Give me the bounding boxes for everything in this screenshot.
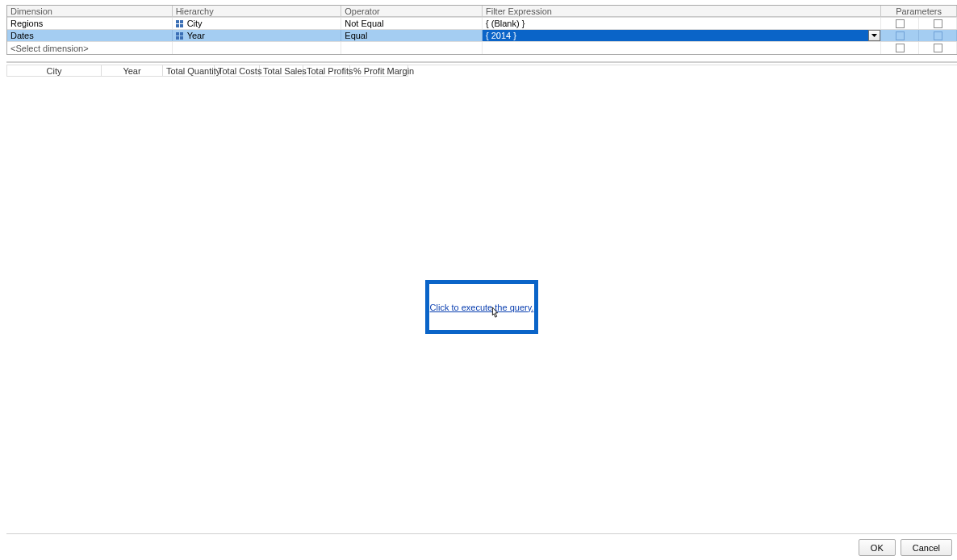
cancel-button[interactable]: Cancel bbox=[901, 539, 952, 556]
filter-header-row: Dimension Hierarchy Operator Filter Expr… bbox=[7, 6, 957, 18]
cell-expression[interactable]: { (Blank) } bbox=[483, 18, 881, 29]
hierarchy-icon bbox=[176, 19, 184, 27]
section-divider bbox=[6, 61, 957, 63]
checkbox-icon[interactable] bbox=[896, 19, 905, 28]
col-header-operator[interactable]: Operator bbox=[341, 6, 483, 17]
checkbox-icon[interactable] bbox=[896, 31, 905, 40]
cell-hierarchy-empty[interactable] bbox=[173, 42, 342, 54]
result-col[interactable]: Total Costs bbox=[215, 65, 260, 77]
cell-operator-empty[interactable] bbox=[341, 42, 483, 54]
expression-input[interactable] bbox=[483, 30, 868, 41]
bottom-divider bbox=[6, 533, 957, 534]
cell-param-chk2[interactable] bbox=[919, 18, 957, 29]
result-col[interactable]: Total Quantity bbox=[163, 65, 215, 77]
checkbox-icon[interactable] bbox=[934, 19, 942, 28]
ok-button[interactable]: OK bbox=[859, 539, 896, 556]
cell-param-chk1[interactable] bbox=[881, 30, 919, 41]
dialog-button-bar: OK Cancel bbox=[859, 539, 952, 556]
result-col[interactable]: Total Profits bbox=[303, 65, 350, 77]
checkbox-icon[interactable] bbox=[934, 31, 942, 40]
cell-param-chk2[interactable] bbox=[919, 30, 957, 41]
filter-row-new[interactable]: <Select dimension> bbox=[7, 42, 957, 54]
cell-param-chk2[interactable] bbox=[919, 42, 957, 54]
checkbox-icon[interactable] bbox=[934, 44, 942, 52]
hierarchy-text: Year bbox=[187, 30, 205, 41]
cell-operator[interactable]: Equal bbox=[341, 30, 483, 41]
col-header-parameters[interactable]: Parameters bbox=[881, 6, 957, 17]
filter-grid: Dimension Hierarchy Operator Filter Expr… bbox=[6, 5, 957, 55]
chevron-down-icon bbox=[871, 34, 877, 37]
checkbox-icon[interactable] bbox=[896, 44, 905, 52]
filter-row[interactable]: Regions City Not Equal { (Blank) } bbox=[7, 18, 957, 30]
expression-dropdown-button[interactable] bbox=[868, 30, 880, 41]
col-header-dimension[interactable]: Dimension bbox=[7, 6, 173, 17]
result-col[interactable]: % Profit Margin bbox=[350, 65, 408, 77]
result-columns-header: City Year Total Quantity Total Costs Tot… bbox=[6, 65, 957, 77]
cell-dimension[interactable]: Regions bbox=[7, 18, 173, 29]
svg-marker-0 bbox=[871, 34, 877, 37]
result-col[interactable]: Year bbox=[102, 65, 163, 77]
cell-hierarchy[interactable]: Year bbox=[173, 30, 342, 41]
cell-expression-empty[interactable] bbox=[483, 42, 881, 54]
hierarchy-icon bbox=[176, 31, 184, 40]
filter-row-selected[interactable]: Dates Year Equal bbox=[7, 30, 957, 42]
cell-operator[interactable]: Not Equal bbox=[341, 18, 483, 29]
cell-hierarchy[interactable]: City bbox=[173, 18, 342, 29]
cell-param-chk1[interactable] bbox=[881, 18, 919, 29]
cell-dimension[interactable]: Dates bbox=[7, 30, 173, 41]
result-col[interactable]: City bbox=[6, 65, 102, 77]
select-dimension-placeholder[interactable]: <Select dimension> bbox=[7, 42, 173, 54]
hierarchy-text: City bbox=[187, 18, 203, 29]
cell-expression-edit[interactable] bbox=[483, 30, 881, 41]
execute-query-link[interactable]: Click to execute the query. bbox=[430, 303, 534, 312]
cell-param-chk1[interactable] bbox=[881, 42, 919, 54]
execute-query-box: Click to execute the query. bbox=[425, 280, 538, 334]
col-header-hierarchy[interactable]: Hierarchy bbox=[173, 6, 342, 17]
col-header-expression[interactable]: Filter Expression bbox=[483, 6, 881, 17]
result-col[interactable]: Total Sales bbox=[260, 65, 303, 77]
